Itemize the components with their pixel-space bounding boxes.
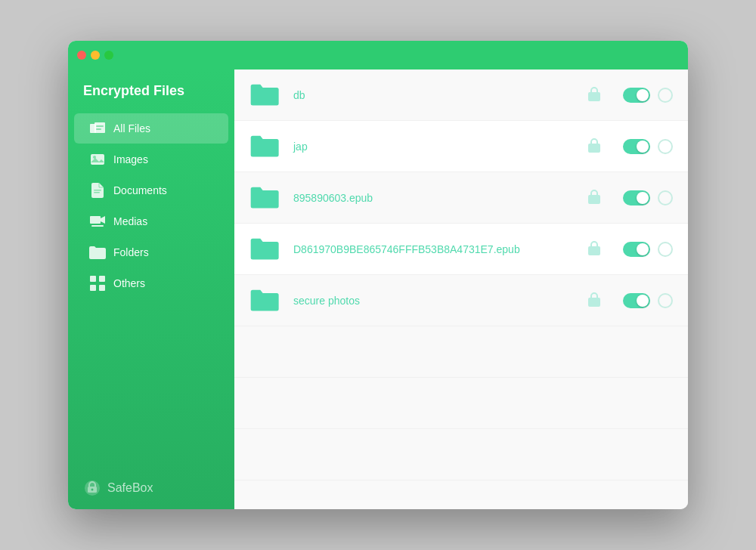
file-row[interactable]: 895890603.epub (234, 172, 688, 224)
files-icon (89, 120, 106, 137)
sidebar-item-label: Documents (113, 184, 167, 196)
traffic-lights (77, 51, 113, 60)
svg-rect-13 (99, 276, 105, 282)
file-name: D861970B9BE865746FFFB53B8A4731E7.epub (293, 243, 588, 255)
medias-icon (89, 213, 106, 230)
info-button[interactable] (658, 242, 673, 257)
folder-icon (249, 134, 281, 159)
sidebar-footer: SafeBox (68, 467, 234, 509)
empty-row (234, 480, 688, 509)
empty-row (234, 326, 688, 378)
close-button[interactable] (77, 51, 86, 60)
images-icon (89, 151, 106, 168)
sidebar: Encrypted Files All Files (68, 70, 234, 509)
encrypt-toggle[interactable] (623, 190, 650, 205)
sidebar-item-folders[interactable]: Folders (74, 237, 228, 267)
info-button[interactable] (658, 190, 673, 205)
empty-row (234, 429, 688, 480)
sidebar-item-label: Others (113, 277, 145, 289)
encrypt-toggle[interactable] (623, 293, 650, 308)
sidebar-item-documents[interactable]: Documents (74, 175, 228, 205)
svg-rect-15 (99, 285, 105, 291)
sidebar-title: Encrypted Files (68, 70, 234, 110)
toggle-container (623, 139, 673, 154)
minimize-button[interactable] (91, 51, 100, 60)
others-icon (89, 275, 106, 292)
sidebar-item-label: Medias (113, 215, 147, 227)
maximize-button[interactable] (104, 51, 113, 60)
sidebar-item-label: Folders (113, 246, 149, 258)
content-area: Encrypted Files All Files (68, 70, 688, 509)
sidebar-item-label: All Files (113, 122, 150, 134)
sidebar-item-others[interactable]: Others (74, 268, 228, 298)
lock-icon (588, 189, 600, 207)
file-name: 895890603.epub (293, 192, 588, 204)
sidebar-item-label: Images (113, 153, 148, 165)
info-button[interactable] (658, 139, 673, 154)
app-window: Encrypted Files All Files (68, 41, 688, 509)
svg-rect-12 (90, 276, 96, 282)
empty-row (234, 378, 688, 429)
folder-icon (249, 236, 281, 262)
lock-icon (588, 138, 600, 156)
file-row[interactable]: jap (234, 121, 688, 172)
folders-icon (89, 244, 106, 261)
toggle-container (623, 190, 673, 205)
file-name: secure photos (293, 295, 588, 307)
file-name: jap (293, 141, 588, 153)
svg-rect-4 (91, 154, 104, 165)
svg-marker-10 (101, 216, 105, 224)
svg-rect-14 (90, 285, 96, 291)
svg-point-18 (91, 489, 94, 491)
svg-rect-8 (94, 192, 100, 193)
lock-icon (588, 86, 600, 104)
safebox-logo-icon (83, 479, 101, 497)
toggle-container (623, 293, 673, 308)
info-button[interactable] (658, 88, 673, 103)
file-row[interactable]: D861970B9BE865746FFFB53B8A4731E7.epub (234, 224, 688, 275)
file-row[interactable]: secure photos (234, 275, 688, 326)
sidebar-item-images[interactable]: Images (74, 144, 228, 175)
file-name: db (293, 89, 588, 101)
toggle-container (623, 88, 673, 103)
file-row[interactable]: db (234, 70, 688, 121)
sidebar-footer-label: SafeBox (107, 481, 153, 495)
svg-rect-7 (94, 190, 101, 191)
titlebar (68, 41, 688, 70)
lock-icon (588, 292, 600, 310)
main-content: db jap (234, 70, 688, 509)
info-button[interactable] (658, 293, 673, 308)
folder-icon (249, 185, 281, 211)
sidebar-item-all-files[interactable]: All Files (74, 113, 228, 144)
svg-rect-9 (90, 216, 101, 224)
folder-icon (249, 288, 281, 314)
folder-icon (249, 82, 281, 108)
encrypt-toggle[interactable] (623, 242, 650, 257)
encrypt-toggle[interactable] (623, 139, 650, 154)
sidebar-item-medias[interactable]: Medias (74, 206, 228, 236)
svg-point-5 (93, 156, 96, 159)
svg-rect-1 (94, 122, 105, 133)
svg-rect-3 (96, 128, 101, 130)
sidebar-nav: All Files Images (68, 110, 234, 467)
toggle-container (623, 242, 673, 257)
documents-icon (89, 182, 106, 199)
lock-icon (588, 240, 600, 258)
encrypt-toggle[interactable] (623, 88, 650, 103)
svg-rect-2 (96, 125, 104, 127)
svg-rect-11 (91, 225, 104, 227)
